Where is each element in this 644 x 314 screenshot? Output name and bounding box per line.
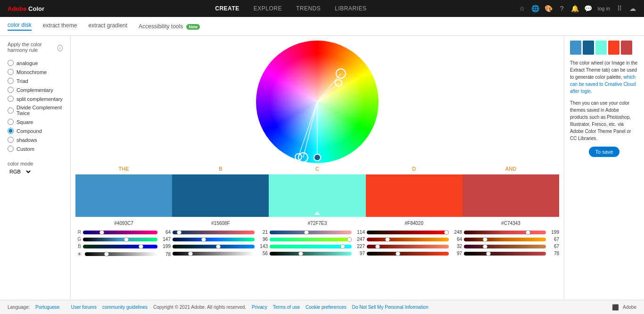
slider-thumb-r-A[interactable] <box>99 230 104 235</box>
harmony-option-analogue[interactable]: analogue <box>8 58 63 67</box>
harmony-radio-complementary[interactable] <box>8 87 14 93</box>
footer-terms[interactable]: Terms of use <box>273 305 300 310</box>
swatch-B[interactable] <box>172 174 269 217</box>
color-wheel-container[interactable] <box>256 41 379 163</box>
color-wheel-icon[interactable]: 🎨 <box>545 5 553 12</box>
harmony-option-shadows[interactable]: shadows <box>8 135 63 144</box>
harmony-radio-split-comp[interactable] <box>8 96 14 102</box>
harmony-radio-triad[interactable] <box>8 78 14 84</box>
slider-track-b-E[interactable] <box>464 245 546 248</box>
footer-privacy[interactable]: Privacy <box>252 305 267 310</box>
slider-val-b-E: 67 <box>548 244 559 249</box>
slider-row-br-E: 78 <box>464 251 559 256</box>
slider-track-g-E[interactable] <box>464 238 546 241</box>
nav-libraries[interactable]: LIBRARIES <box>335 5 366 12</box>
slider-track-b-D[interactable] <box>367 245 449 248</box>
grid-icon[interactable]: ⠿ <box>616 5 623 12</box>
slider-thumb-br-C[interactable] <box>298 251 303 256</box>
nav-create[interactable]: CREATE <box>215 5 239 12</box>
swatch-A[interactable] <box>75 174 172 217</box>
harmony-radio-divide-comp[interactable] <box>8 107 14 114</box>
slider-track-g-D[interactable] <box>367 238 449 241</box>
slider-thumb-r-E[interactable] <box>526 230 530 235</box>
panel-swatch-E <box>621 41 632 55</box>
slider-thumb-b-C[interactable] <box>340 244 345 249</box>
slider-track-r-B[interactable] <box>173 231 255 234</box>
color-mode-dropdown[interactable]: RGB CMYK HSB LAB HEX <box>8 168 32 175</box>
login-button[interactable]: log in <box>598 6 610 11</box>
slider-thumb-g-B[interactable] <box>201 237 206 242</box>
slider-thumb-br-D[interactable] <box>396 251 400 256</box>
harmony-radio-custom[interactable] <box>8 146 14 152</box>
harmony-option-compound[interactable]: Compound <box>8 126 63 135</box>
footer-do-not-sell[interactable]: Do Not Sell My Personal Information <box>352 305 429 310</box>
footer-user-forums[interactable]: User forums <box>71 305 96 310</box>
color-mode-select[interactable]: RGB CMYK HSB LAB HEX <box>8 168 63 175</box>
nav-explore[interactable]: EXPLORE <box>254 5 282 12</box>
slider-track-r-D[interactable] <box>367 231 449 234</box>
harmony-option-triad[interactable]: Triad <box>8 76 63 85</box>
slider-track-b-A[interactable] <box>83 245 157 248</box>
footer-community-guidelines[interactable]: community guidelines <box>102 305 148 310</box>
slider-thumb-br-E[interactable] <box>486 251 491 256</box>
swatch-C[interactable] <box>269 174 365 217</box>
slider-thumb-g-D[interactable] <box>385 237 390 242</box>
slider-thumb-br-A[interactable] <box>104 252 109 256</box>
slider-thumb-b-A[interactable] <box>139 244 143 249</box>
globe-icon[interactable]: 🌐 <box>532 5 539 12</box>
slider-row-r-A: R 64 <box>75 230 171 235</box>
harmony-option-split-complementary[interactable]: split complementary <box>8 94 63 103</box>
notifications-icon[interactable]: 🔔 <box>571 5 579 12</box>
slider-track-br-E[interactable] <box>464 252 546 256</box>
harmony-radio-square[interactable] <box>8 119 14 125</box>
swatch-D[interactable] <box>366 174 462 217</box>
adobe-text: Adobe <box>8 5 26 12</box>
panel-link-1[interactable]: which can be saved to Creative Cloud aft… <box>570 74 636 94</box>
harmony-option-complementary[interactable]: Complementary <box>8 85 63 94</box>
slider-thumb-b-D[interactable] <box>375 244 380 249</box>
harmony-option-divide-complement[interactable]: Divide Complement Twice <box>8 103 63 117</box>
swatch-E[interactable] <box>462 174 559 217</box>
slider-thumb-r-C[interactable] <box>304 230 309 235</box>
slider-track-br-D[interactable] <box>367 252 449 256</box>
slider-thumb-g-E[interactable] <box>483 237 487 242</box>
slider-track-r-C[interactable] <box>270 231 352 234</box>
harmony-radio-compound[interactable] <box>8 128 14 134</box>
harmony-option-monochrome[interactable]: Monochrome <box>8 67 63 76</box>
slider-track-br-A[interactable] <box>85 252 157 256</box>
slider-track-g-A[interactable] <box>83 238 157 241</box>
tab-color-disk[interactable]: color disk <box>8 22 32 31</box>
slider-thumb-r-D[interactable] <box>444 230 449 235</box>
slider-thumb-b-B[interactable] <box>216 244 221 249</box>
slider-track-b-C[interactable] <box>270 245 352 248</box>
slider-thumb-g-A[interactable] <box>124 237 129 242</box>
slider-track-b-B[interactable] <box>173 245 255 248</box>
harmony-radio-monochrome[interactable] <box>8 69 14 75</box>
harmony-radio-analogue[interactable] <box>8 60 14 66</box>
help-icon[interactable]: ? <box>558 5 566 12</box>
harmony-option-custom[interactable]: Custom <box>8 144 63 153</box>
harmony-info-icon[interactable]: i <box>58 45 63 51</box>
to-save-button[interactable]: To save <box>589 147 620 157</box>
tab-extract-theme[interactable]: extract theme <box>43 22 77 30</box>
slider-track-r-A[interactable] <box>83 231 157 234</box>
slider-track-g-C[interactable] <box>270 238 352 241</box>
nav-trends[interactable]: TRENDS <box>296 5 321 12</box>
slider-thumb-br-B[interactable] <box>188 251 193 256</box>
harmony-radio-shadows[interactable] <box>8 137 14 143</box>
harmony-option-square[interactable]: Square <box>8 117 63 126</box>
slider-thumb-r-B[interactable] <box>177 230 182 235</box>
slider-track-br-C[interactable] <box>270 252 352 256</box>
star-icon[interactable]: ☆ <box>519 5 526 12</box>
slider-track-r-E[interactable] <box>464 231 546 234</box>
slider-thumb-b-E[interactable] <box>483 244 487 249</box>
cloud-icon[interactable]: ☁ <box>629 5 636 12</box>
slider-track-br-B[interactable] <box>173 252 255 256</box>
slider-track-g-B[interactable] <box>173 238 255 241</box>
tab-accessibility-tools[interactable]: Accessibility tools <box>139 23 183 31</box>
footer-cookies[interactable]: Cookie preferences <box>305 305 347 310</box>
slider-thumb-g-C[interactable] <box>347 237 352 242</box>
tab-extract-gradient[interactable]: extract gradient <box>88 22 127 30</box>
footer-language-link[interactable]: Portuguese <box>35 305 59 310</box>
chat-icon[interactable]: 💬 <box>585 5 592 12</box>
